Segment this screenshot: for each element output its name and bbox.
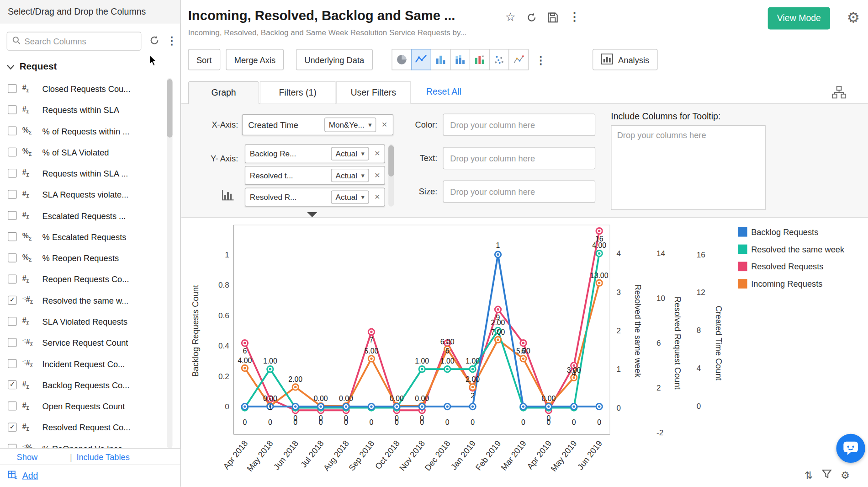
legend-item[interactable]: Resolved Requests (738, 262, 823, 271)
scatter-chart-type-button[interactable] (489, 49, 509, 70)
number-aggregate-icon: #Σ (22, 316, 37, 326)
line-chart-type-button[interactable] (411, 49, 431, 70)
column-checkbox[interactable] (8, 190, 16, 198)
tab-user-filters[interactable]: User Filters (336, 81, 411, 104)
column-checkbox[interactable] (8, 126, 16, 135)
view-mode-button[interactable]: View Mode (768, 7, 830, 30)
underlying-data-button[interactable]: Underlying Data (296, 49, 373, 70)
legend-item[interactable]: Incoming Requests (738, 279, 822, 289)
data-label: 0 (370, 418, 374, 426)
column-checkbox[interactable] (8, 444, 16, 449)
column-list-item[interactable]: #ΣClosed Requests Cou... (0, 78, 164, 99)
sidebar-scrollbar-thumb[interactable] (167, 79, 172, 138)
refresh-report-icon[interactable] (526, 12, 537, 25)
save-icon[interactable] (547, 12, 558, 25)
x-axis-field[interactable]: Created Time Mon&Ye... ▾ × (242, 114, 393, 135)
column-list-item[interactable]: #ΣSLA Requests violate... (0, 184, 164, 205)
add-column-button[interactable]: Add (22, 471, 38, 481)
text-drop-zone[interactable]: Drop your column here (443, 147, 595, 170)
column-list-item[interactable]: ·:#ΣIncident Request Co... (0, 353, 164, 374)
column-list-item[interactable]: %Σ% of Requests within ... (0, 120, 164, 141)
more-chart-types-kebab-icon[interactable]: ⋮ (535, 54, 546, 67)
column-checkbox[interactable]: ✓ (8, 296, 16, 305)
search-input[interactable] (25, 37, 136, 46)
legend-item[interactable]: Backlog Requests (738, 227, 818, 237)
column-list: #ΣClosed Requests Cou...#ΣRequests withi… (0, 78, 164, 449)
column-list-item[interactable]: #ΣOpen Requests Count (0, 396, 164, 417)
column-list-item[interactable]: %Σ% of SLA Violated (0, 141, 164, 162)
x-axis-period-select[interactable]: Mon&Ye... ▾ (324, 118, 376, 132)
refresh-icon[interactable] (149, 35, 159, 48)
remove-icon[interactable]: × (375, 170, 380, 181)
data-label: 0 (445, 418, 450, 426)
column-checkbox[interactable] (8, 232, 16, 241)
reset-all-link[interactable]: Reset All (426, 87, 461, 97)
combo-chart-type-button[interactable] (470, 49, 490, 70)
column-checkbox[interactable] (8, 105, 16, 114)
column-list-item[interactable]: %Σ% Reopen Requests (0, 247, 164, 268)
web-chart-type-button[interactable] (508, 49, 529, 70)
column-checkbox[interactable] (8, 274, 16, 283)
show-link[interactable]: Show (17, 452, 38, 461)
aggregate-select[interactable]: Actual▾ (331, 191, 369, 204)
y-axis-scrollbar[interactable] (388, 144, 394, 206)
column-list-item[interactable]: #ΣSLA Violated Requests (0, 311, 164, 332)
scroll-more-triangle-icon[interactable] (307, 212, 317, 217)
column-list-item[interactable]: ✓#ΣBacklog Requests Co... (0, 374, 164, 395)
column-list-item[interactable]: #ΣEscalated Requests ... (0, 205, 164, 226)
size-drop-zone[interactable]: Drop your column here (443, 181, 595, 203)
aggregate-select[interactable]: Actual▾ (331, 147, 369, 161)
column-list-item[interactable]: %Σ% Escalated Requests (0, 226, 164, 247)
column-checkbox[interactable] (8, 359, 16, 368)
merge-axis-button[interactable]: Merge Axis (226, 49, 284, 70)
column-checkbox[interactable] (8, 211, 16, 220)
column-checkbox[interactable] (8, 169, 16, 177)
sidebar-scrollbar[interactable] (167, 78, 172, 449)
color-drop-zone[interactable]: Drop your column here (443, 113, 595, 136)
include-tables-link[interactable]: Include Tables (76, 452, 129, 461)
column-checkbox[interactable] (8, 317, 16, 326)
y-axis-field[interactable]: Backlog Re...Actual▾× (245, 144, 385, 163)
favorite-star-icon[interactable]: ☆ (505, 11, 516, 23)
column-list-item[interactable]: #ΣRequests within SLA (0, 99, 164, 120)
bar-chart-type-button[interactable] (431, 49, 451, 70)
settings-gear-icon[interactable]: ⚙ (847, 9, 860, 26)
layout-hierarchy-icon[interactable] (831, 86, 847, 102)
column-list-item[interactable]: ✓#ΣResolved Request Co... (0, 417, 164, 438)
column-list-item[interactable]: ✓·:#ΣResolved the same w... (0, 289, 164, 310)
remove-icon[interactable]: × (382, 119, 387, 130)
column-list-item[interactable]: #ΣRequests within SLA ... (0, 163, 164, 184)
column-list-item[interactable]: ·:#ΣService Request Count (0, 332, 164, 353)
column-checkbox[interactable] (8, 338, 16, 347)
title-kebab-menu-icon[interactable]: ⋮ (569, 11, 581, 23)
y-axis-field[interactable]: Resolved t...Actual▾× (245, 166, 385, 185)
tab-graph[interactable]: Graph (188, 81, 259, 104)
tab-filters[interactable]: Filters (1) (260, 81, 336, 104)
pie-chart-type-button[interactable] (392, 49, 412, 70)
remove-icon[interactable]: × (375, 192, 380, 203)
sidebar-kebab-menu-icon[interactable]: ⋮ (166, 35, 177, 48)
tooltip-drop-zone[interactable]: Drop your columns here (611, 125, 766, 210)
filter-funnel-icon[interactable] (822, 469, 832, 482)
analysis-button[interactable]: Analysis (593, 49, 657, 70)
y-axis-field[interactable]: Resolved R...Actual▾× (245, 187, 385, 206)
sort-rows-icon[interactable]: ⇅ (804, 469, 813, 482)
help-chat-button[interactable] (836, 434, 865, 463)
column-checkbox[interactable] (8, 253, 16, 262)
aggregate-select[interactable]: Actual▾ (331, 169, 369, 182)
sort-button[interactable]: Sort (188, 49, 220, 70)
column-checkbox[interactable]: ✓ (8, 380, 16, 389)
stacked-bar-chart-type-button[interactable] (450, 49, 470, 70)
legend-item[interactable]: Resolved the same week (738, 245, 845, 254)
column-checkbox[interactable] (8, 148, 16, 156)
column-checkbox[interactable] (8, 84, 16, 93)
table-section-request[interactable]: Request (7, 61, 57, 72)
y-axis-scrollbar-thumb[interactable] (388, 145, 394, 177)
chart-settings-gear-icon[interactable]: ⚙ (841, 469, 850, 482)
column-list-item[interactable]: #ΣReopen Requests Co... (0, 268, 164, 289)
column-checkbox[interactable]: ✓ (8, 423, 16, 431)
remove-icon[interactable]: × (375, 148, 380, 159)
data-label: 1.00 (440, 357, 455, 365)
column-checkbox[interactable] (8, 401, 16, 410)
column-list-item[interactable]: ·:%Σ% ReOpened Vs Inco... (0, 438, 164, 448)
